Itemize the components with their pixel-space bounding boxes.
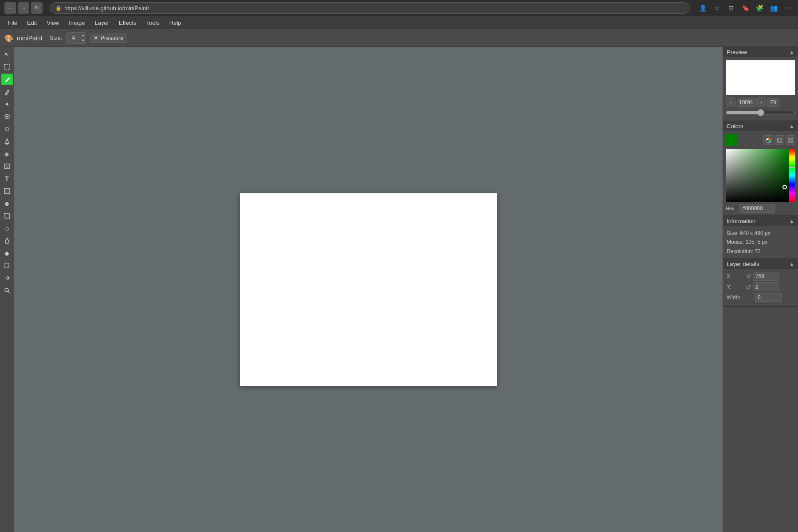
menu-effects[interactable]: Effects <box>114 18 141 28</box>
split-icon[interactable]: ⊟ <box>725 2 737 14</box>
information-title: Information <box>727 218 755 224</box>
crop-icon <box>4 212 11 219</box>
address-bar[interactable]: 🔒 https://viliusle.github.io/miniPaint/ <box>50 2 690 14</box>
back-button[interactable]: ← <box>4 2 16 14</box>
brush-icon <box>4 76 11 83</box>
tool-crop[interactable] <box>1 210 13 222</box>
layer-y-reset-btn[interactable]: ↺ <box>746 284 751 290</box>
tool-brush[interactable] <box>1 74 13 85</box>
tool-picker[interactable] <box>1 111 13 122</box>
app-name-label: miniPaint <box>17 35 43 42</box>
colors-title: Colors <box>727 123 743 129</box>
menu-view[interactable]: View <box>42 18 63 28</box>
zoom-minus-button[interactable]: - <box>726 98 735 107</box>
refresh-button[interactable]: ↻ <box>31 2 43 14</box>
tool-polygon[interactable]: ◇ <box>1 223 13 234</box>
profile2-icon[interactable]: 👥 <box>768 2 779 14</box>
tool-fill[interactable] <box>1 136 13 147</box>
tool-transform[interactable] <box>1 272 13 284</box>
svg-point-12 <box>5 288 8 292</box>
canvas-area[interactable] <box>14 47 723 532</box>
tool-text[interactable]: T <box>1 173 13 184</box>
rect-select-icon <box>4 63 11 70</box>
svg-rect-17 <box>780 141 782 143</box>
svg-line-13 <box>8 291 10 293</box>
color-mode-grid-btn[interactable] <box>775 135 784 145</box>
layer-width-input[interactable] <box>755 293 782 302</box>
tool-pencil[interactable] <box>1 86 13 98</box>
layer-details-header[interactable]: Layer details ▲ <box>723 259 798 269</box>
preview-canvas <box>726 60 795 95</box>
bookmark-icon[interactable]: 🔖 <box>739 2 751 14</box>
layer-x-reset-btn[interactable]: ↺ <box>746 273 751 280</box>
size-input[interactable] <box>66 34 81 42</box>
information-header[interactable]: Information ▲ <box>723 216 798 226</box>
tool-rect[interactable] <box>1 185 13 197</box>
tool-drop[interactable] <box>1 235 13 246</box>
svg-line-11 <box>9 218 10 219</box>
colors-content: Hex <box>723 131 798 215</box>
star-icon[interactable]: ☆ <box>711 2 723 14</box>
tool-select[interactable]: ↖ <box>1 49 13 60</box>
preview-slider[interactable] <box>726 109 795 116</box>
layer-details-collapse-btn[interactable]: ▲ <box>789 261 794 267</box>
tool-person[interactable]: ☻ <box>1 198 13 209</box>
size-input-wrapper: ▲ ▼ <box>66 32 86 44</box>
color-mode-wheel-btn[interactable] <box>763 135 773 145</box>
preview-header[interactable]: Preview ▲ <box>723 47 798 57</box>
tool-eraser[interactable]: ✦ <box>1 98 13 110</box>
tool-stamp[interactable]: ❒ <box>1 260 13 271</box>
preview-collapse-btn[interactable]: ▲ <box>789 49 794 55</box>
colors-header[interactable]: Colors ▲ <box>723 121 798 131</box>
color-hue-slider[interactable] <box>789 149 795 202</box>
layer-y-row: Y: ↺ <box>727 282 794 291</box>
pressure-label: Pressure <box>100 35 123 41</box>
color-picker-area[interactable] <box>726 149 795 202</box>
menu-file[interactable]: File <box>4 18 22 28</box>
tool-gradient[interactable]: ◈ <box>1 148 13 160</box>
layer-details-section: Layer details ▲ X ↺ Y: ↺ Width <box>723 259 798 307</box>
color-mode-palette-btn[interactable] <box>786 135 795 145</box>
svg-line-10 <box>4 213 5 214</box>
color-gradient-dark <box>726 149 789 202</box>
color-grid-icon <box>777 137 782 143</box>
information-collapse-btn[interactable]: ▲ <box>789 218 794 224</box>
svg-rect-15 <box>777 138 779 143</box>
info-mouse: Mouse: 105, 5 px <box>727 238 794 246</box>
more-icon[interactable]: ⋯ <box>782 2 794 14</box>
tool-rect-select[interactable] <box>1 61 13 73</box>
canvas-container[interactable] <box>240 193 497 386</box>
layer-y-input[interactable] <box>753 282 779 291</box>
current-color-swatch[interactable] <box>726 134 738 146</box>
layer-x-input[interactable] <box>753 272 779 281</box>
menu-image[interactable]: Image <box>64 18 89 28</box>
tool-blur[interactable] <box>1 123 13 135</box>
tool-image[interactable] <box>1 160 13 172</box>
preview-title: Preview <box>727 49 747 55</box>
browser-nav: ← → ↻ <box>4 2 43 14</box>
toolbar: 🎨 miniPaint Size: ▲ ▼ ✕ Pressure <box>0 29 798 47</box>
zoom-plus-button[interactable]: + <box>756 98 766 107</box>
lock-icon: 🔒 <box>55 5 62 11</box>
menu-help[interactable]: Help <box>165 18 186 28</box>
preview-slider-row <box>726 109 795 118</box>
hex-input[interactable] <box>739 204 775 213</box>
preview-controls: - 100% + Fit <box>726 98 795 107</box>
menu-layer[interactable]: Layer <box>90 18 113 28</box>
tool-magic[interactable]: ◆ <box>1 247 13 259</box>
extensions-icon[interactable]: 🧩 <box>754 2 765 14</box>
colors-collapse-btn[interactable]: ▲ <box>789 123 794 129</box>
rect-icon <box>4 188 11 195</box>
svg-rect-18 <box>788 138 790 140</box>
tool-zoom[interactable] <box>1 285 13 296</box>
profile-icon[interactable]: 👤 <box>697 2 708 14</box>
size-up-button[interactable]: ▲ <box>81 33 86 38</box>
menu-edit[interactable]: Edit <box>23 18 41 28</box>
size-down-button[interactable]: ▼ <box>81 38 86 43</box>
svg-text:🎨: 🎨 <box>4 34 13 43</box>
size-spinners: ▲ ▼ <box>81 33 86 43</box>
forward-button[interactable]: → <box>18 2 29 14</box>
zoom-fit-button[interactable]: Fit <box>767 98 779 107</box>
menu-tools[interactable]: Tools <box>142 18 164 28</box>
pressure-button[interactable]: ✕ Pressure <box>90 33 127 43</box>
